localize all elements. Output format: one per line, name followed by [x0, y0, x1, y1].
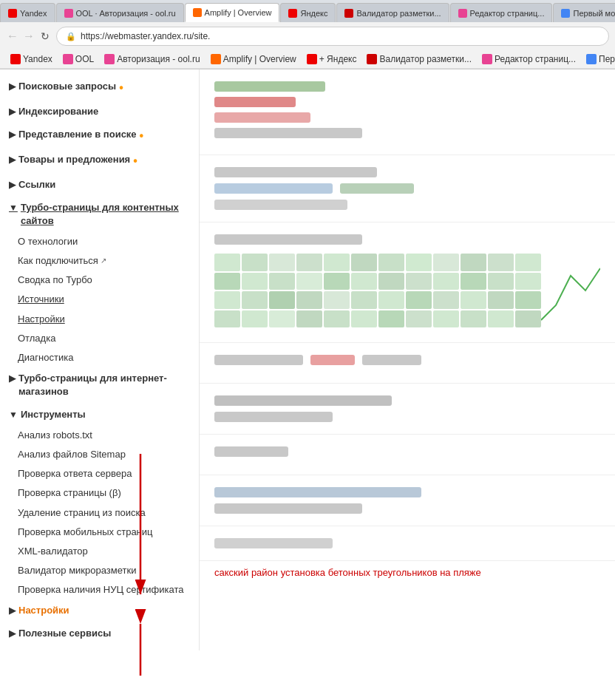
cell: [461, 310, 486, 328]
blurred-bar-red: [214, 97, 296, 107]
sidebar-item-useful-services[interactable]: ▶ Полезные сервисы: [0, 622, 199, 645]
sidebar-sub-label: Анализ robots.txt: [18, 429, 92, 442]
blurred-bar-blue-long: [214, 487, 421, 497]
sidebar-sub-item-xml-validator[interactable]: XML-валидатор: [0, 542, 199, 561]
sidebar-sub-item-mobile-check[interactable]: Проверка мобильных страниц: [0, 523, 199, 542]
sidebar-sub-label: Сводка по Турбо: [18, 273, 92, 287]
sidebar-item-search-representation[interactable]: ▶ Представление в поиске •: [0, 123, 199, 149]
cell: [406, 254, 432, 271]
bookmark-yandex2[interactable]: + Яндекс: [302, 52, 361, 66]
cell: [488, 273, 514, 290]
cell: [378, 291, 404, 309]
sidebar-sub-label: XML-валидатор: [18, 545, 88, 558]
bookmark-icon-auth: [104, 54, 115, 64]
sidebar-sub-item-server-check[interactable]: Проверка ответа сервера: [0, 464, 199, 483]
cell: [515, 310, 541, 328]
blurred-bar-medium: [214, 412, 333, 422]
tab-label: Редактор страниц...: [470, 9, 545, 18]
bookmark-label: Первый моби...: [599, 54, 615, 64]
tab-yandex[interactable]: Yandex: [0, 3, 55, 22]
sidebar-item-config[interactable]: ▶ Настройки: [0, 599, 199, 622]
bookmark-ool[interactable]: OOL: [58, 52, 98, 66]
bookmark-yandex[interactable]: Yandex: [6, 52, 57, 66]
cell: [461, 291, 486, 309]
cell: [296, 310, 322, 328]
cell: [296, 273, 322, 290]
arrow-down-icon: ▼: [9, 202, 18, 214]
bookmark-icon-editor: [482, 54, 492, 64]
bookmark-mobile[interactable]: Первый моби...: [582, 52, 615, 66]
tabs-bar[interactable]: Yandex OOL · Авторизация - ool.ru Amplif…: [0, 0, 615, 22]
sidebar-sub-item-connect[interactable]: Как подключиться ↗: [0, 251, 199, 271]
sidebar-sub-item-sitemap[interactable]: Анализ файлов Sitemap: [0, 445, 199, 464]
tab-amplify[interactable]: Amplify | Overview: [185, 3, 280, 22]
tab-mobile[interactable]: Первый моби...: [553, 3, 615, 22]
sidebar-sub-item-summary[interactable]: Сводка по Турбо: [0, 271, 199, 290]
sidebar-sub-item-nuc-check[interactable]: Проверка наличия НУЦ сертификата: [0, 580, 199, 599]
sidebar-item-label: Товары и предложения: [18, 153, 130, 166]
bookmark-label: Yandex: [23, 54, 52, 64]
sidebar-sub-item-page-check[interactable]: Проверка страницы (β): [0, 483, 199, 503]
tab-validator[interactable]: Валидатор разметки...: [336, 3, 449, 22]
sidebar-item-turbo-shop[interactable]: ▶ Турбо-страницы для интернет-магазинов: [0, 367, 199, 403]
bottom-text: сакский район установка бетонных треугол…: [200, 561, 615, 584]
tab-label: Валидатор разметки...: [356, 9, 441, 18]
cell: [242, 310, 268, 328]
bookmark-editor[interactable]: Редактор страниц...: [478, 52, 580, 66]
content-block-4: [200, 343, 615, 384]
tab-favicon-amplify: [193, 8, 202, 17]
browser-toolbar: ← → ↻ 🔒 https://webmaster.yandex.ru/site…: [0, 22, 615, 50]
content-block-8: [200, 526, 615, 561]
forward-button[interactable]: →: [22, 30, 35, 43]
bookmark-validator[interactable]: Валидатор разметки...: [362, 52, 476, 66]
refresh-button[interactable]: ↻: [38, 30, 52, 43]
bookmark-amplify[interactable]: Amplify | Overview: [206, 52, 301, 66]
sidebar-sub-item-microdata-validator[interactable]: Валидатор микроразметки: [0, 561, 199, 580]
sidebar-sub-item-sources[interactable]: Источники: [0, 290, 199, 309]
sidebar-sub-item-diagnostics[interactable]: Диагностика: [0, 348, 199, 367]
sidebar-item-label: Индексирование: [18, 105, 98, 118]
arrow-icon: ▶: [9, 605, 16, 617]
blurred-bar-final: [214, 538, 333, 548]
arrow-icon: ▶: [9, 154, 16, 166]
tab-yandex2[interactable]: Яндекс: [280, 3, 336, 22]
tab-favicon-yandex2: [288, 9, 297, 18]
address-bar[interactable]: 🔒 https://webmaster.yandex.ru/site.: [56, 27, 609, 46]
sidebar-item-links[interactable]: ▶ Ссылки: [0, 174, 199, 196]
sidebar-sub-item-settings[interactable]: Настройки: [0, 310, 199, 329]
sidebar-item-indexing[interactable]: ▶ Индексирование: [0, 101, 199, 123]
sidebar-sub-item-about[interactable]: О технологии: [0, 232, 199, 251]
tab-favicon-editor: [458, 9, 467, 18]
external-link-icon: ↗: [101, 256, 106, 266]
cell: [515, 254, 541, 271]
tab-ool[interactable]: OOL · Авторизация - ool.ru: [56, 3, 184, 22]
sidebar-sub-item-debug[interactable]: Отладка: [0, 329, 199, 348]
blurred-bar-gray: [214, 128, 362, 138]
sidebar-item-turbo-content[interactable]: ▼ Турбо-страницы для контентных сайтов: [0, 197, 199, 232]
bookmark-label: Редактор страниц...: [495, 54, 576, 64]
back-button[interactable]: ←: [6, 30, 19, 43]
sidebar-item-search-queries[interactable]: ▶ Поисковые запросы •: [0, 75, 199, 101]
tab-label: Yandex: [20, 9, 47, 18]
tab-favicon-yandex: [8, 9, 17, 18]
cell: [324, 310, 350, 328]
blurred-bar-a: [214, 355, 303, 365]
cell: [269, 310, 295, 328]
cell: [406, 291, 432, 309]
blurred-bar-c: [362, 355, 421, 365]
bookmark-auth[interactable]: Авторизация - ool.ru: [100, 52, 204, 66]
arrow-icon: ▶: [9, 129, 16, 141]
chart-area: [214, 254, 600, 342]
cell: [242, 291, 268, 309]
sidebar-sub-label: Настройки: [18, 313, 65, 326]
sidebar-sub-item-robots[interactable]: Анализ robots.txt: [0, 426, 199, 445]
sidebar-item-label: Настройки: [18, 604, 69, 617]
sidebar-item-label: Турбо-страницы для интернет-магазинов: [18, 372, 187, 398]
main-layout: ▶ Поисковые запросы • ▶ Индексирование ▶…: [0, 69, 615, 687]
tab-editor[interactable]: Редактор страниц...: [450, 3, 553, 22]
sidebar-sub-item-remove-pages[interactable]: Удаление страниц из поиска: [0, 503, 199, 523]
sidebar-item-tools[interactable]: ▼ Инструменты: [0, 404, 199, 426]
sidebar-item-label: Турбо-страницы для контентных сайтов: [21, 201, 187, 228]
blurred-bar-blue1: [214, 183, 333, 194]
sidebar-item-products[interactable]: ▶ Товары и предложения •: [0, 149, 199, 174]
